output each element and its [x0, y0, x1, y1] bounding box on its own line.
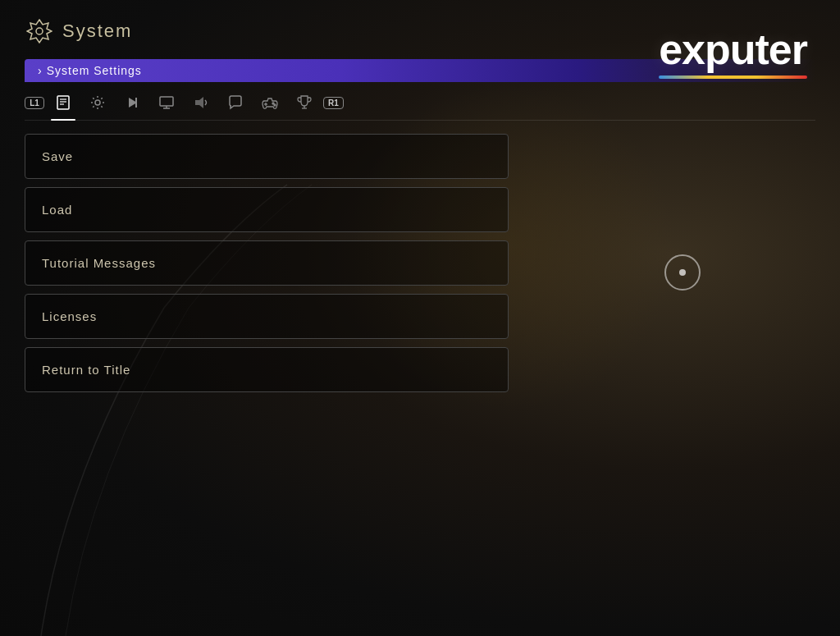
tab-l1[interactable]: L1	[25, 97, 44, 109]
tab-document[interactable]	[48, 89, 79, 117]
menu-item-return[interactable]: Return to Title	[25, 347, 509, 392]
tab-controller[interactable]	[254, 89, 285, 117]
tab-media[interactable]	[116, 89, 148, 117]
svg-rect-8	[135, 98, 137, 108]
circle-indicator	[664, 254, 701, 291]
tab-display[interactable]	[151, 89, 182, 117]
page-title: System	[62, 21, 132, 42]
menu-item-licenses[interactable]: Licenses	[25, 294, 509, 339]
svg-rect-2	[57, 96, 69, 109]
tab-trophy[interactable]	[289, 89, 320, 117]
menu-item-save[interactable]: Save	[25, 134, 509, 179]
svg-point-15	[272, 103, 274, 104]
svg-point-16	[274, 104, 276, 106]
svg-rect-9	[160, 97, 173, 106]
svg-marker-12	[195, 97, 203, 108]
tab-row: L1	[25, 82, 815, 121]
svg-point-6	[95, 100, 100, 105]
exputer-logo: exputer	[659, 25, 807, 79]
tab-sound[interactable]	[185, 89, 217, 117]
menu-item-load[interactable]: Load	[25, 187, 509, 232]
nav-chevron-icon: ›	[38, 64, 42, 77]
system-icon	[25, 16, 54, 46]
logo-underline	[659, 75, 807, 79]
svg-point-1	[36, 28, 43, 34]
tab-settings[interactable]	[82, 89, 113, 117]
menu-list: Save Load Tutorial Messages Licenses Ret…	[25, 134, 509, 392]
svg-marker-0	[27, 20, 52, 43]
tab-r1[interactable]: R1	[323, 97, 344, 109]
tab-chat[interactable]	[220, 89, 251, 117]
nav-bar-title: System Settings	[47, 64, 142, 77]
menu-item-tutorial[interactable]: Tutorial Messages	[25, 240, 509, 286]
circle-dot	[679, 269, 686, 276]
